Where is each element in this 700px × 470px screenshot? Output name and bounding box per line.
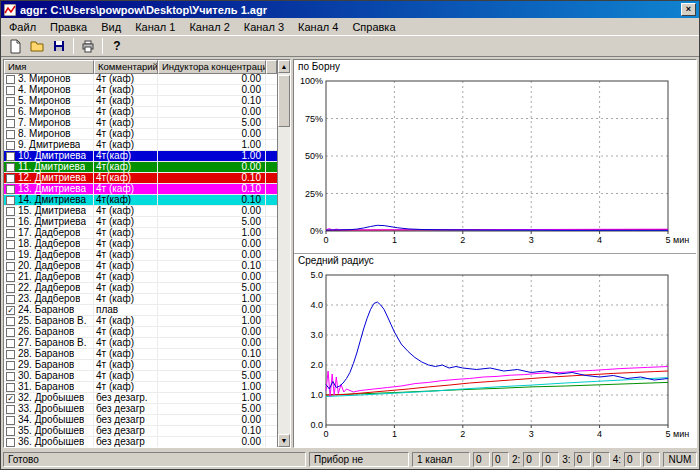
- menu-item-2[interactable]: Правка: [43, 20, 94, 34]
- table-row[interactable]: ✓32. Дробышевбез дезагр.1.00: [4, 393, 277, 404]
- table-row[interactable]: 15. Дмитриева4т (каф)0.00: [4, 206, 277, 217]
- row-checkbox[interactable]: [6, 86, 15, 95]
- table-row[interactable]: 16. Дмитриева4т (каф)5.00: [4, 217, 277, 228]
- menu-item-4[interactable]: Канал 1: [128, 20, 182, 34]
- menu-item-3[interactable]: Вид: [94, 20, 128, 34]
- row-checkbox[interactable]: [6, 383, 15, 392]
- row-checkbox[interactable]: [6, 207, 15, 216]
- column-header-concentration[interactable]: Индуктора концентрация: [158, 60, 266, 74]
- row-checkbox[interactable]: [6, 196, 15, 205]
- row-checkbox[interactable]: [6, 141, 15, 150]
- row-concentration: 5.00: [158, 217, 266, 227]
- row-checkbox[interactable]: [6, 416, 15, 425]
- row-comment: 4т (каф): [94, 239, 158, 249]
- menu-item-7[interactable]: Канал 4: [291, 20, 345, 34]
- table-row[interactable]: 20. Дадберов4т (каф)0.10: [4, 261, 277, 272]
- table-row[interactable]: 11. Дмитриева4т(каф)0.00: [4, 162, 277, 173]
- table-row[interactable]: 30. Баранов4т (каф)5.00: [4, 371, 277, 382]
- column-header-comment[interactable]: Комментарий: [94, 60, 158, 74]
- row-name-cell: 3. Миронов: [4, 74, 94, 84]
- table-row[interactable]: 5. Миронов4т (каф)0.10: [4, 96, 277, 107]
- column-header-extra[interactable]: [266, 60, 277, 74]
- title-bar[interactable]: aggr: C:\Users\powpow\Desktop\Учитель 1.…: [1, 1, 699, 18]
- svg-text:2: 2: [460, 429, 465, 439]
- row-checkbox[interactable]: [6, 130, 15, 139]
- help-button[interactable]: ?: [106, 37, 128, 56]
- row-checkbox[interactable]: [6, 152, 15, 161]
- print-button[interactable]: [77, 37, 99, 56]
- row-checkbox[interactable]: [6, 174, 15, 183]
- row-checkbox[interactable]: [6, 339, 15, 348]
- table-row[interactable]: 21. Дадберов4т (каф)0.00: [4, 272, 277, 283]
- table-row[interactable]: 25. Баранов В.4т (каф)1.00: [4, 316, 277, 327]
- scrollbar-down-button[interactable]: ▼: [278, 434, 290, 447]
- table-row[interactable]: 12. Дмитриева4т(каф)0.10: [4, 173, 277, 184]
- row-checkbox[interactable]: [6, 97, 15, 106]
- row-concentration: 0.10: [158, 349, 266, 359]
- table-row[interactable]: 27. Баранов В.4т (каф)0.00: [4, 338, 277, 349]
- table-row[interactable]: 8. Миронов4т (каф)0.00: [4, 129, 277, 140]
- row-checkbox[interactable]: ✓: [6, 394, 15, 403]
- row-name: 24. Баранов: [18, 305, 74, 315]
- table-row[interactable]: 31. Баранов4т (каф)1.00: [4, 382, 277, 393]
- row-checkbox[interactable]: [6, 218, 15, 227]
- vertical-scrollbar[interactable]: ▲ ▼: [277, 60, 290, 447]
- table-row[interactable]: ✓24. Барановплав0.00: [4, 305, 277, 316]
- row-checkbox[interactable]: [6, 108, 15, 117]
- close-button[interactable]: ×: [681, 3, 696, 16]
- row-checkbox[interactable]: [6, 372, 15, 381]
- table-row[interactable]: 14. Дмитриева4т(каф)0.10: [4, 195, 277, 206]
- table-row[interactable]: 29. Баранов4т (каф)0.00: [4, 360, 277, 371]
- table-row[interactable]: 19. Дадберов4т (каф)0.00: [4, 250, 277, 261]
- row-name-cell: 19. Дадберов: [4, 250, 94, 260]
- table-row[interactable]: 9. Дмитриева4т (каф)1.00: [4, 140, 277, 151]
- scrollbar-thumb[interactable]: [278, 75, 290, 127]
- table-row[interactable]: 10. Дмитриева4т(каф)1.00: [4, 151, 277, 162]
- table-row[interactable]: 13. Дмитриева4т (каф)0.10: [4, 184, 277, 195]
- row-checkbox[interactable]: [6, 361, 15, 370]
- menu-item-6[interactable]: Канал 3: [237, 20, 291, 34]
- row-checkbox[interactable]: [6, 328, 15, 337]
- row-checkbox[interactable]: [6, 438, 15, 447]
- menu-item-5[interactable]: Канал 2: [182, 20, 236, 34]
- table-row[interactable]: 34. Дробышевбез дезагр0.00: [4, 415, 277, 426]
- table-row[interactable]: 3. Миронов4т (каф)0.00: [4, 74, 277, 85]
- table-row[interactable]: 33. Дробышевбез дезагр5.00: [4, 404, 277, 415]
- row-checkbox[interactable]: [6, 229, 15, 238]
- menu-item-8[interactable]: Справка: [345, 20, 402, 34]
- table-row[interactable]: 6. Миронов4т (каф)0.00: [4, 107, 277, 118]
- table-row[interactable]: 7. Миронов4т (каф)5.00: [4, 118, 277, 129]
- row-checkbox[interactable]: [6, 119, 15, 128]
- row-checkbox[interactable]: [6, 251, 15, 260]
- row-checkbox[interactable]: [6, 405, 15, 414]
- scrollbar-track[interactable]: [278, 73, 290, 434]
- column-header-name[interactable]: Имя: [4, 60, 94, 74]
- table-row[interactable]: 35. Дробышевбез дезагр0.10: [4, 426, 277, 437]
- menu-item-1[interactable]: Файл: [2, 20, 43, 34]
- row-checkbox[interactable]: [6, 317, 15, 326]
- row-checkbox[interactable]: ✓: [6, 306, 15, 315]
- open-file-button[interactable]: [26, 37, 48, 56]
- row-checkbox[interactable]: [6, 273, 15, 282]
- row-checkbox[interactable]: [6, 284, 15, 293]
- row-checkbox[interactable]: [6, 427, 15, 436]
- table-row[interactable]: 36. Дробышевбез дезагр0.00: [4, 437, 277, 447]
- row-checkbox[interactable]: [6, 350, 15, 359]
- row-checkbox[interactable]: [6, 185, 15, 194]
- row-checkbox[interactable]: [6, 75, 15, 84]
- table-row[interactable]: 17. Дадберов4т (каф)1.00: [4, 228, 277, 239]
- row-checkbox[interactable]: [6, 295, 15, 304]
- table-row[interactable]: 23. Дадберов4т (каф)1.00: [4, 294, 277, 305]
- new-document-button[interactable]: [4, 37, 26, 56]
- svg-text:0: 0: [323, 235, 328, 245]
- table-row[interactable]: 22. Дадберов4т (каф)5.00: [4, 283, 277, 294]
- table-row[interactable]: 4. Миронов4т (каф)0.00: [4, 85, 277, 96]
- table-row[interactable]: 28. Баранов4т (каф)0.10: [4, 349, 277, 360]
- scrollbar-up-button[interactable]: ▲: [278, 60, 290, 73]
- row-checkbox[interactable]: [6, 163, 15, 172]
- save-button[interactable]: [48, 37, 70, 56]
- table-row[interactable]: 18. Дадберов4т (каф)0.00: [4, 239, 277, 250]
- row-checkbox[interactable]: [6, 262, 15, 271]
- row-checkbox[interactable]: [6, 240, 15, 249]
- table-row[interactable]: 26. Баранов4т (каф)0.00: [4, 327, 277, 338]
